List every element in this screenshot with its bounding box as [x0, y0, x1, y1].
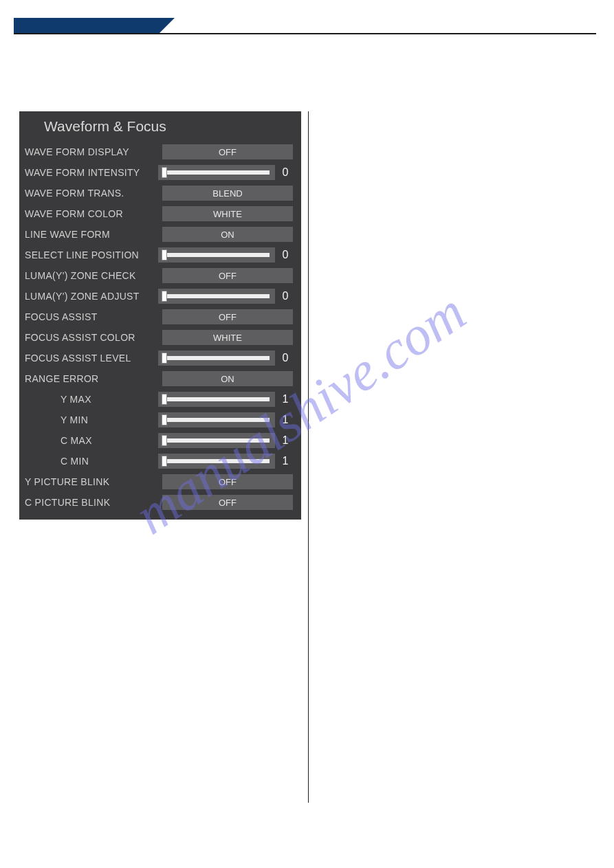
setting-row: WAVE FORM INTENSITY0 [19, 162, 301, 183]
setting-row: FOCUS ASSIST COLORWHITE [19, 327, 301, 348]
setting-select[interactable]: ON [162, 227, 293, 242]
setting-row: LUMA(Y') ZONE CHECKOFF [19, 265, 301, 286]
slider-track [164, 356, 270, 360]
setting-row: LUMA(Y') ZONE ADJUST0 [19, 286, 301, 307]
slider-track [164, 170, 270, 175]
slider-thumb[interactable] [162, 456, 167, 467]
setting-row: Y PICTURE BLINKOFF [19, 471, 301, 492]
slider-value: 0 [275, 166, 296, 179]
setting-slider[interactable] [158, 392, 275, 407]
settings-list: WAVE FORM DISPLAYOFFWAVE FORM INTENSITY0… [19, 142, 301, 513]
setting-row: RANGE ERRORON [19, 368, 301, 389]
setting-row: FOCUS ASSISTOFF [19, 307, 301, 327]
setting-row: FOCUS ASSIST LEVEL0 [19, 348, 301, 368]
slider-thumb[interactable] [162, 291, 167, 302]
slider-thumb[interactable] [162, 249, 167, 260]
setting-select[interactable]: OFF [162, 309, 293, 324]
setting-label: C MAX [25, 435, 158, 446]
waveform-focus-panel: Waveform & Focus WAVE FORM DISPLAYOFFWAV… [19, 111, 301, 520]
setting-select[interactable]: OFF [162, 474, 293, 489]
setting-slider[interactable] [158, 247, 275, 263]
setting-slider[interactable] [158, 433, 275, 448]
setting-select[interactable]: OFF [162, 268, 293, 283]
setting-select[interactable]: WHITE [162, 206, 293, 221]
setting-select[interactable]: OFF [162, 495, 293, 510]
setting-row: WAVE FORM COLORWHITE [19, 203, 301, 224]
slider-value: 0 [275, 352, 296, 364]
setting-row: C MAX1 [19, 430, 301, 451]
setting-row: SELECT LINE POSITION0 [19, 245, 301, 265]
setting-slider[interactable] [158, 412, 275, 427]
setting-label: Y MAX [25, 394, 158, 405]
slider-thumb[interactable] [162, 435, 167, 446]
setting-slider[interactable] [158, 454, 275, 469]
setting-label: C MIN [25, 456, 158, 467]
setting-select[interactable]: ON [162, 371, 293, 386]
setting-label: SELECT LINE POSITION [25, 249, 158, 260]
setting-label: LINE WAVE FORM [25, 229, 162, 240]
setting-label: C PICTURE BLINK [25, 497, 162, 508]
setting-label: WAVE FORM INTENSITY [25, 167, 158, 178]
setting-slider[interactable] [158, 350, 275, 366]
slider-value: 1 [275, 414, 296, 426]
header-underline [14, 33, 596, 34]
slider-value: 0 [275, 290, 296, 302]
setting-label: RANGE ERROR [25, 373, 162, 384]
setting-label: LUMA(Y') ZONE ADJUST [25, 291, 158, 302]
setting-slider[interactable] [158, 289, 275, 304]
slider-thumb[interactable] [162, 167, 167, 178]
header-accent [14, 18, 158, 34]
slider-value: 1 [275, 455, 296, 467]
header-bar [14, 18, 596, 34]
setting-label: FOCUS ASSIST LEVEL [25, 353, 158, 364]
slider-track [164, 459, 270, 463]
setting-row: WAVE FORM TRANS.BLEND [19, 183, 301, 203]
setting-label: LUMA(Y') ZONE CHECK [25, 270, 162, 281]
setting-select[interactable]: OFF [162, 144, 293, 159]
setting-label: Y PICTURE BLINK [25, 476, 162, 487]
slider-track [164, 418, 270, 422]
slider-thumb[interactable] [162, 414, 167, 425]
setting-label: FOCUS ASSIST [25, 311, 162, 322]
setting-row: C MIN1 [19, 451, 301, 471]
setting-slider[interactable] [158, 165, 275, 180]
slider-value: 1 [275, 393, 296, 405]
setting-label: FOCUS ASSIST COLOR [25, 332, 162, 343]
slider-track [164, 294, 270, 298]
setting-label: WAVE FORM COLOR [25, 208, 162, 219]
slider-track [164, 253, 270, 257]
column-divider [308, 111, 309, 803]
slider-track [164, 438, 270, 443]
setting-row: Y MAX1 [19, 389, 301, 410]
slider-thumb[interactable] [162, 353, 167, 364]
setting-row: WAVE FORM DISPLAYOFF [19, 142, 301, 162]
setting-row: LINE WAVE FORMON [19, 224, 301, 245]
slider-thumb[interactable] [162, 394, 167, 405]
setting-label: WAVE FORM TRANS. [25, 188, 162, 199]
setting-row: Y MIN1 [19, 410, 301, 430]
setting-select[interactable]: BLEND [162, 186, 293, 201]
slider-value: 0 [275, 249, 296, 261]
slider-track [164, 397, 270, 401]
panel-title: Waveform & Focus [19, 111, 301, 142]
slider-value: 1 [275, 434, 296, 447]
setting-label: WAVE FORM DISPLAY [25, 146, 162, 157]
setting-row: C PICTURE BLINKOFF [19, 492, 301, 513]
setting-label: Y MIN [25, 414, 158, 425]
setting-select[interactable]: WHITE [162, 330, 293, 345]
